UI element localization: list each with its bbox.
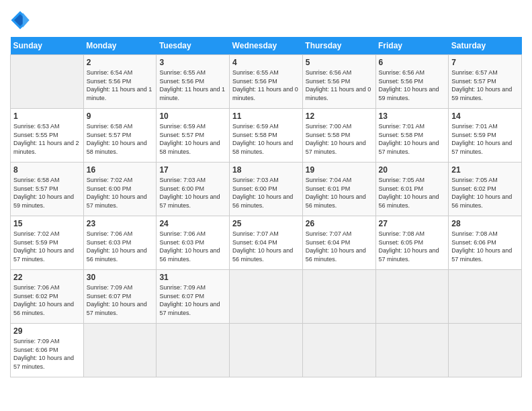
day-info: Sunrise: 7:09 AMSunset: 6:06 PMDaylight:… (13, 337, 81, 371)
day-info: Sunrise: 7:06 AMSunset: 6:02 PMDaylight:… (13, 283, 81, 317)
calendar-day-cell: 15Sunrise: 7:02 AMSunset: 5:59 PMDayligh… (11, 216, 84, 270)
weekday-header: Wednesday (230, 37, 303, 55)
day-info: Sunrise: 7:01 AMSunset: 5:59 PMDaylight:… (451, 122, 519, 156)
calendar-day-cell: 6Sunrise: 6:56 AMSunset: 5:56 PMDaylight… (375, 55, 449, 109)
calendar-day-cell: 26Sunrise: 7:07 AMSunset: 6:04 PMDayligh… (302, 216, 375, 270)
calendar-day-cell: 12Sunrise: 7:00 AMSunset: 5:58 PMDayligh… (302, 109, 375, 163)
calendar-day-cell: 29Sunrise: 7:09 AMSunset: 6:06 PMDayligh… (11, 324, 84, 377)
day-number: 6 (379, 58, 446, 67)
day-number: 16 (87, 165, 154, 175)
day-number: 4 (232, 58, 300, 67)
day-info: Sunrise: 7:08 AMSunset: 6:05 PMDaylight:… (379, 230, 446, 263)
day-info: Sunrise: 6:58 AMSunset: 5:57 PMDaylight:… (13, 176, 81, 210)
calendar-week-row: 2Sunrise: 6:54 AMSunset: 5:56 PMDaylight… (11, 55, 522, 109)
calendar-day-cell: 20Sunrise: 7:05 AMSunset: 6:01 PMDayligh… (375, 163, 449, 216)
day-number: 29 (13, 326, 81, 336)
day-number: 23 (87, 219, 154, 228)
day-number: 13 (379, 111, 446, 121)
day-info: Sunrise: 6:53 AMSunset: 5:55 PMDaylight:… (13, 122, 81, 156)
day-info: Sunrise: 7:02 AMSunset: 6:00 PMDaylight:… (87, 176, 154, 210)
day-number: 1 (13, 111, 81, 121)
calendar-day-cell (449, 324, 522, 377)
calendar-week-row: 8Sunrise: 6:58 AMSunset: 5:57 PMDaylight… (11, 163, 522, 216)
calendar-day-cell: 10Sunrise: 6:59 AMSunset: 5:57 PMDayligh… (157, 109, 230, 163)
calendar-day-cell: 13Sunrise: 7:01 AMSunset: 5:58 PMDayligh… (375, 109, 449, 163)
day-number: 9 (87, 111, 154, 121)
day-info: Sunrise: 7:05 AMSunset: 6:02 PMDaylight:… (451, 176, 519, 210)
day-number: 21 (451, 165, 519, 175)
day-number: 12 (306, 111, 373, 121)
day-info: Sunrise: 6:55 AMSunset: 5:56 PMDaylight:… (159, 68, 226, 102)
day-number: 31 (159, 273, 226, 282)
svg-marker-2 (23, 13, 30, 28)
day-info: Sunrise: 7:09 AMSunset: 6:07 PMDaylight:… (159, 283, 226, 317)
weekday-header-row: SundayMondayTuesdayWednesdayThursdayFrid… (11, 37, 522, 55)
calendar-day-cell: 25Sunrise: 7:07 AMSunset: 6:04 PMDayligh… (230, 216, 303, 270)
calendar-day-cell: 1Sunrise: 6:53 AMSunset: 5:55 PMDaylight… (11, 109, 84, 163)
day-number: 7 (451, 58, 519, 67)
calendar-day-cell (302, 324, 375, 377)
calendar-day-cell (11, 55, 84, 109)
day-info: Sunrise: 6:56 AMSunset: 5:56 PMDaylight:… (379, 68, 446, 102)
calendar-week-row: 29Sunrise: 7:09 AMSunset: 6:06 PMDayligh… (11, 324, 522, 377)
day-info: Sunrise: 7:09 AMSunset: 6:07 PMDaylight:… (87, 283, 154, 317)
day-number: 26 (306, 219, 373, 228)
day-info: Sunrise: 7:07 AMSunset: 6:04 PMDaylight:… (232, 230, 300, 263)
weekday-header: Sunday (11, 37, 84, 55)
day-info: Sunrise: 7:02 AMSunset: 5:59 PMDaylight:… (13, 230, 81, 263)
calendar-day-cell: 14Sunrise: 7:01 AMSunset: 5:59 PMDayligh… (449, 109, 522, 163)
day-number: 22 (13, 273, 81, 282)
calendar-day-cell (449, 270, 522, 324)
calendar-day-cell: 2Sunrise: 6:54 AMSunset: 5:56 PMDaylight… (83, 55, 157, 109)
day-number: 11 (232, 111, 300, 121)
day-info: Sunrise: 7:05 AMSunset: 6:01 PMDaylight:… (379, 176, 446, 210)
calendar-day-cell: 24Sunrise: 7:06 AMSunset: 6:03 PMDayligh… (157, 216, 230, 270)
day-number: 18 (232, 165, 300, 175)
calendar-day-cell: 19Sunrise: 7:04 AMSunset: 6:01 PMDayligh… (302, 163, 375, 216)
calendar-table: SundayMondayTuesdayWednesdayThursdayFrid… (10, 37, 522, 377)
day-info: Sunrise: 7:04 AMSunset: 6:01 PMDaylight:… (306, 176, 373, 210)
calendar-day-cell (157, 324, 230, 377)
calendar-day-cell (375, 270, 449, 324)
day-number: 14 (451, 111, 519, 121)
day-info: Sunrise: 7:00 AMSunset: 5:58 PMDaylight:… (306, 122, 373, 156)
calendar-day-cell: 28Sunrise: 7:08 AMSunset: 6:06 PMDayligh… (449, 216, 522, 270)
calendar-day-cell (230, 324, 303, 377)
calendar-day-cell: 23Sunrise: 7:06 AMSunset: 6:03 PMDayligh… (83, 216, 157, 270)
day-number: 17 (159, 165, 226, 175)
calendar-day-cell (230, 270, 303, 324)
day-info: Sunrise: 6:58 AMSunset: 5:57 PMDaylight:… (87, 122, 154, 156)
day-number: 10 (159, 111, 226, 121)
day-number: 20 (379, 165, 446, 175)
day-info: Sunrise: 6:59 AMSunset: 5:58 PMDaylight:… (232, 122, 300, 156)
calendar-day-cell: 27Sunrise: 7:08 AMSunset: 6:05 PMDayligh… (375, 216, 449, 270)
day-info: Sunrise: 7:08 AMSunset: 6:06 PMDaylight:… (451, 230, 519, 263)
calendar-week-row: 1Sunrise: 6:53 AMSunset: 5:55 PMDaylight… (11, 109, 522, 163)
calendar-day-cell: 7Sunrise: 6:57 AMSunset: 5:57 PMDaylight… (449, 55, 522, 109)
calendar-day-cell: 16Sunrise: 7:02 AMSunset: 6:00 PMDayligh… (83, 163, 157, 216)
weekday-header: Monday (83, 37, 157, 55)
day-number: 15 (13, 219, 81, 228)
day-number: 3 (159, 58, 226, 67)
day-number: 19 (306, 165, 373, 175)
calendar-day-cell (375, 324, 449, 377)
day-info: Sunrise: 6:54 AMSunset: 5:56 PMDaylight:… (87, 68, 154, 102)
day-number: 5 (306, 58, 373, 67)
calendar-day-cell: 5Sunrise: 6:56 AMSunset: 5:56 PMDaylight… (302, 55, 375, 109)
day-info: Sunrise: 7:07 AMSunset: 6:04 PMDaylight:… (306, 230, 373, 263)
day-number: 2 (87, 58, 154, 67)
weekday-header: Tuesday (157, 37, 230, 55)
day-info: Sunrise: 7:06 AMSunset: 6:03 PMDaylight:… (159, 230, 226, 263)
day-info: Sunrise: 6:57 AMSunset: 5:57 PMDaylight:… (451, 68, 519, 102)
calendar-day-cell: 3Sunrise: 6:55 AMSunset: 5:56 PMDaylight… (157, 55, 230, 109)
day-number: 8 (13, 165, 81, 175)
calendar-day-cell: 31Sunrise: 7:09 AMSunset: 6:07 PMDayligh… (157, 270, 230, 324)
page-header (10, 10, 522, 30)
day-number: 30 (87, 273, 154, 282)
day-info: Sunrise: 7:03 AMSunset: 6:00 PMDaylight:… (232, 176, 300, 210)
day-info: Sunrise: 7:01 AMSunset: 5:58 PMDaylight:… (379, 122, 446, 156)
weekday-header: Thursday (302, 37, 375, 55)
calendar-day-cell: 17Sunrise: 7:03 AMSunset: 6:00 PMDayligh… (157, 163, 230, 216)
day-info: Sunrise: 6:59 AMSunset: 5:57 PMDaylight:… (159, 122, 226, 156)
day-number: 27 (379, 219, 446, 228)
